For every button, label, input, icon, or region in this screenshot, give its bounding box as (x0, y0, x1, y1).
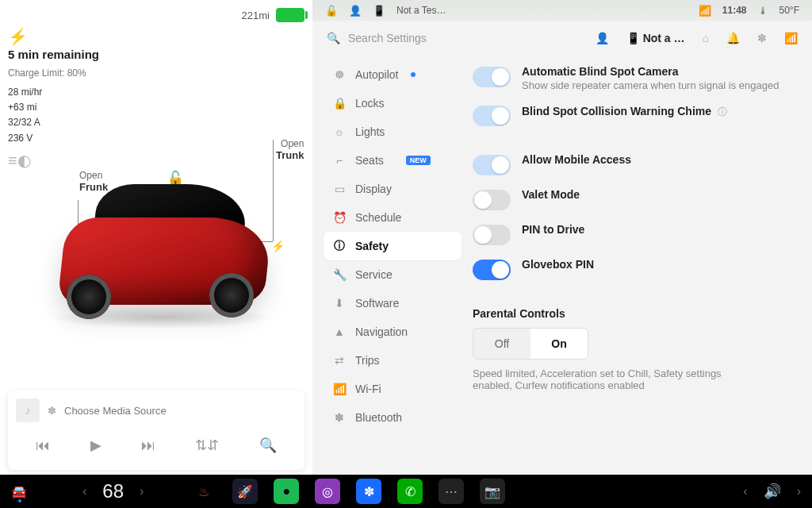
vol-up-button[interactable]: › (797, 484, 801, 498)
search-placeholder: Search Settings (348, 32, 427, 44)
bluetooth-icon: ✽ (48, 405, 56, 417)
label-mobile-access: Allow Mobile Access (522, 153, 631, 166)
frunk-label[interactable]: Frunk (79, 181, 108, 193)
vehicle-render: Open Frunk Open Trunk 🔓 ⚡ (8, 122, 304, 344)
label-blind-spot-chime: Blind Spot Collision Warning Chime (522, 105, 711, 117)
trunk-open-label[interactable]: Open (276, 138, 304, 149)
podcasts-app-icon[interactable]: ◎ (315, 479, 340, 504)
bottom-dock: 🚘 ‹ 68 › ♨ 🚀 ● ◎ ✽ ✆ ⋯ 📷 ‹ 🔊 › (0, 475, 812, 508)
profile-icon: 👤 (349, 5, 362, 17)
charge-rate: 28 mi/hr (8, 85, 304, 100)
sidebar-item-bluetooth[interactable]: ✽Bluetooth (324, 403, 462, 432)
sidebar-item-trips[interactable]: ⇄Trips (324, 346, 462, 375)
profile-name[interactable]: Not a Tes… (396, 5, 446, 16)
play-button[interactable]: ▶ (90, 437, 102, 454)
toggle-blind-spot-camera[interactable] (473, 67, 511, 87)
sidebar-item-safety[interactable]: ⓘSafety (324, 232, 462, 260)
label-pin-to-drive: PIN to Drive (522, 223, 584, 236)
frunk-open-label[interactable]: Open (79, 170, 108, 181)
music-note-icon: ♪ (16, 398, 40, 422)
outside-temp: 50°F (779, 5, 799, 16)
car-app-icon[interactable]: 🚘 (11, 484, 27, 499)
toggle-blind-spot-chime[interactable] (473, 106, 511, 126)
next-track-button[interactable]: ⏭ (141, 437, 155, 454)
wifi-header-icon[interactable]: 📶 (784, 32, 798, 44)
sidebar-item-locks[interactable]: 🔒Locks (324, 89, 462, 117)
parental-off-button[interactable]: Off (473, 329, 530, 359)
prev-track-button[interactable]: ⏮ (36, 437, 50, 454)
clock: 11:48 (722, 5, 747, 16)
media-source-label[interactable]: Choose Media Source (64, 405, 167, 417)
charge-remaining: 5 min remaining (8, 48, 304, 61)
temp-up-button[interactable]: › (140, 484, 144, 498)
charge-limit: Charge Limit: 80% (8, 67, 304, 79)
sidebar-item-schedule[interactable]: ⏰Schedule (324, 203, 462, 232)
parental-on-button[interactable]: On (530, 329, 588, 359)
sidebar-item-wifi[interactable]: 📶Wi-Fi (324, 375, 462, 403)
user-icon[interactable]: 👤 (596, 32, 609, 44)
label-blind-spot-camera: Automatic Blind Spot Camera (522, 65, 779, 78)
toggle-pin-to-drive[interactable] (473, 225, 511, 245)
toggle-glovebox-pin[interactable] (473, 260, 511, 280)
vehicle-panel: 221mi ⚡ 5 min remaining Charge Limit: 80… (0, 0, 312, 475)
parental-controls-segmented: Off On (473, 328, 588, 360)
temp-down-button[interactable]: ‹ (82, 484, 86, 498)
battery-icon (276, 8, 304, 22)
search-settings-input[interactable]: 🔍 Search Settings (327, 32, 583, 44)
toggle-valet-mode[interactable] (473, 190, 511, 210)
wifi-icon: 📶 (699, 5, 711, 17)
equalizer-button[interactable]: ⇅⇵ (195, 437, 219, 454)
media-card: ♪ ✽ Choose Media Source ⏮ ▶ ⏭ ⇅⇵ 🔍 (8, 391, 304, 470)
info-icon[interactable]: ⓘ (718, 106, 727, 117)
seat-heater-icon[interactable]: ♨ (191, 479, 216, 504)
sidebar-item-display[interactable]: ▭Display (324, 175, 462, 203)
launcher-app-icon[interactable]: 🚀 (232, 479, 258, 504)
charge-port-icon: ⚡ (271, 240, 285, 252)
bluetooth-header-icon[interactable]: ✽ (757, 32, 767, 44)
sidebar-item-navigation[interactable]: ▲Navigation (324, 318, 462, 346)
user-phone-short: Not a … (643, 32, 685, 44)
sidebar-item-lights[interactable]: ☼Lights (324, 117, 462, 146)
homelink-icon[interactable]: ⌂ (703, 32, 709, 44)
sidebar-item-software[interactable]: ⬇Software (324, 289, 462, 318)
cabin-temp[interactable]: 68 (102, 480, 124, 502)
dashcam-app-icon[interactable]: 📷 (480, 479, 505, 504)
phone-app-icon[interactable]: ✆ (397, 479, 423, 504)
parental-controls-title: Parental Controls (473, 307, 796, 320)
bluetooth-app-icon[interactable]: ✽ (356, 479, 381, 504)
charge-added: +63 mi (8, 100, 304, 115)
label-glovebox-pin: Glovebox PIN (522, 258, 594, 271)
temp-icon: 🌡 (758, 5, 768, 17)
phone-icon: 📱 (373, 5, 385, 17)
range-value: 221mi (242, 10, 270, 21)
trunk-label[interactable]: Trunk (276, 149, 304, 161)
spotify-app-icon[interactable]: ● (274, 479, 299, 504)
sidebar-item-autopilot[interactable]: ☸Autopilot (324, 60, 462, 89)
settings-header: 🔍 Search Settings 👤 📱 Not a … ⌂ 🔔 ✽ 📶 (312, 21, 812, 56)
settings-sidebar: ☸Autopilot 🔒Locks ☼Lights ⌐Seats NEW ▭Di… (312, 56, 469, 475)
bell-icon[interactable]: 🔔 (726, 32, 740, 44)
parental-desc: Speed limited, Acceleration set to Chill… (473, 368, 742, 391)
sidebar-item-service[interactable]: 🔧Service (324, 260, 462, 289)
volume-icon[interactable]: 🔊 (764, 483, 781, 500)
vol-down-button[interactable]: ‹ (743, 484, 747, 498)
media-search-button[interactable]: 🔍 (259, 437, 277, 454)
unlock-status-icon: 🔓 (325, 5, 338, 17)
toggle-mobile-access[interactable] (473, 155, 511, 175)
sidebar-item-seats[interactable]: ⌐Seats NEW (324, 146, 462, 175)
label-valet-mode: Valet Mode (522, 188, 580, 201)
bolt-icon: ⚡ (8, 29, 304, 44)
search-icon: 🔍 (327, 32, 340, 44)
settings-content: Automatic Blind Spot Camera Show side re… (469, 56, 812, 475)
status-bar: 🔓 👤 📱 Not a Tes… 📶 11:48 🌡 50°F (312, 0, 812, 21)
more-apps-icon[interactable]: ⋯ (439, 479, 464, 504)
sub-blind-spot-camera: Show side repeater camera when turn sign… (522, 79, 779, 91)
